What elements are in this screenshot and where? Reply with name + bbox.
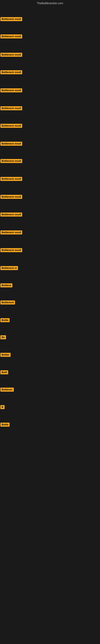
bottleneck-item-2[interactable]: Bottleneck result — [0, 34, 22, 39]
bottleneck-item-17[interactable]: Bottleneck — [0, 300, 15, 305]
bottleneck-item-1[interactable]: Bottleneck result — [0, 17, 22, 22]
bottleneck-badge[interactable]: Bottleneck — [0, 300, 15, 304]
bottleneck-item-11[interactable]: Bottleneck result — [0, 195, 22, 200]
bottleneck-item-8[interactable]: Bottleneck result — [0, 142, 22, 146]
bottleneck-badge[interactable]: Bottleneck result — [0, 195, 22, 199]
bottleneck-list: Bottleneck resultBottleneck resultBottle… — [0, 6, 100, 644]
bottleneck-item-9[interactable]: Bottleneck result — [0, 159, 22, 164]
bottleneck-item-4[interactable]: Bottleneck result — [0, 70, 22, 75]
bottleneck-item-19[interactable]: Bo — [0, 335, 6, 340]
bottleneck-item-12[interactable]: Bottleneck result — [0, 212, 22, 217]
bottleneck-item-16[interactable]: Bottlene — [0, 283, 12, 288]
site-title: TheBottlenecker.com — [0, 0, 100, 6]
bottleneck-badge[interactable]: Bottleneck result — [0, 248, 22, 252]
bottleneck-item-6[interactable]: Bottleneck result — [0, 106, 22, 111]
bottleneck-badge[interactable]: Bottleneck re — [0, 266, 18, 270]
bottleneck-badge[interactable]: Bottle — [0, 318, 10, 322]
bottleneck-badge[interactable]: Bottleneck result — [0, 212, 22, 216]
bottleneck-badge[interactable]: B — [0, 405, 4, 409]
bottleneck-badge[interactable]: Bottleneck result — [0, 53, 22, 57]
bottleneck-badge[interactable]: Bottleneck result — [0, 34, 22, 38]
bottleneck-item-3[interactable]: Bottleneck result — [0, 53, 22, 58]
bottleneck-item-14[interactable]: Bottleneck result — [0, 248, 22, 253]
bottleneck-item-20[interactable]: Bottler — [0, 353, 11, 358]
bottleneck-item-15[interactable]: Bottleneck re — [0, 266, 18, 271]
bottleneck-badge[interactable]: Bottleneck result — [0, 159, 22, 163]
bottleneck-badge[interactable]: Bottl — [0, 370, 8, 374]
bottleneck-badge[interactable]: Bottleneck result — [0, 106, 22, 110]
bottleneck-badge[interactable]: Bottleneck result — [0, 177, 22, 181]
bottleneck-badge[interactable]: Bottleneck result — [0, 70, 22, 74]
bottleneck-badge[interactable]: Bottleneck result — [0, 17, 22, 21]
bottleneck-badge[interactable]: Bottlene — [0, 283, 12, 288]
bottleneck-item-18[interactable]: Bottle — [0, 318, 10, 323]
bottleneck-badge[interactable]: Bottlenec — [0, 388, 14, 392]
bottleneck-item-23[interactable]: B — [0, 405, 4, 410]
site-header: TheBottlenecker.com — [0, 0, 100, 6]
bottleneck-badge[interactable]: Bottleneck result — [0, 142, 22, 146]
bottleneck-item-5[interactable]: Bottleneck result — [0, 88, 22, 93]
bottleneck-badge[interactable]: Bottler — [0, 353, 11, 357]
bottleneck-item-7[interactable]: Bottleneck result — [0, 124, 22, 128]
bottleneck-badge[interactable]: Bottleneck result — [0, 88, 22, 92]
bottleneck-item-24[interactable]: Bottle — [0, 422, 10, 428]
bottleneck-item-22[interactable]: Bottlenec — [0, 388, 14, 392]
bottleneck-badge[interactable]: Bo — [0, 335, 6, 339]
bottleneck-item-13[interactable]: Bottleneck result — [0, 230, 22, 235]
bottleneck-badge[interactable]: Bottleneck result — [0, 230, 22, 234]
bottleneck-item-21[interactable]: Bottl — [0, 370, 8, 375]
bottleneck-badge[interactable]: Bottleneck result — [0, 124, 22, 128]
bottleneck-item-10[interactable]: Bottleneck result — [0, 177, 22, 182]
bottleneck-badge[interactable]: Bottle — [0, 422, 10, 427]
